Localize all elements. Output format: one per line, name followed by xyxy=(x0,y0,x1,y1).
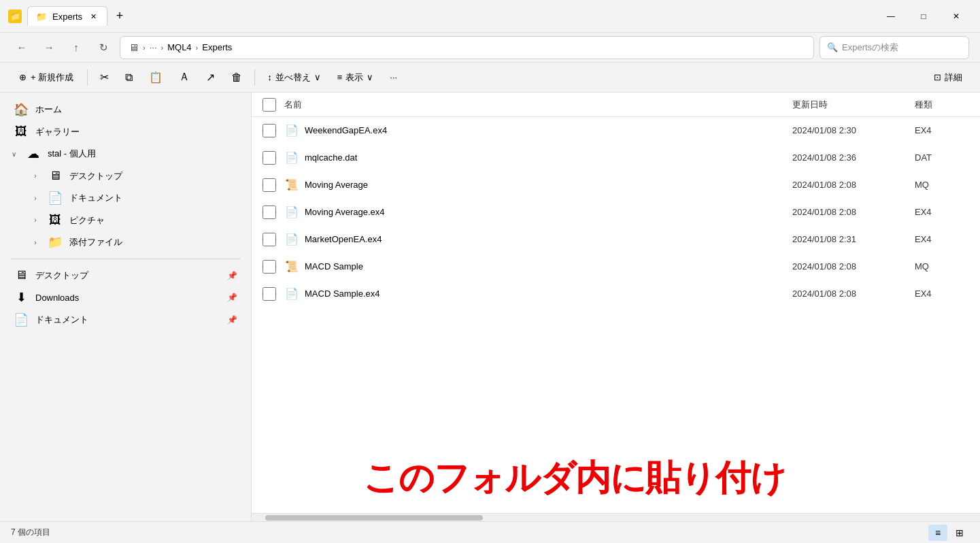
share-button[interactable]: ↗ xyxy=(199,67,222,88)
statusbar: 7 個の項目 ≡ ⊞ xyxy=(0,521,980,543)
sort-icon: ↕ xyxy=(267,72,272,82)
delete-button[interactable]: 🗑 xyxy=(224,67,249,88)
pinned-desktop-label: デスクトップ xyxy=(35,269,88,282)
sidebar-item-home[interactable]: 🏠 ホーム xyxy=(3,99,248,120)
row-checkbox[interactable] xyxy=(263,205,276,219)
sidebar-item-pictures-child[interactable]: › 🖼 ピクチャ xyxy=(3,210,248,231)
tab-bar: 📁 Experts ✕ + xyxy=(27,6,129,26)
row-checkbox[interactable] xyxy=(263,287,276,301)
sidebar-pinned-documents[interactable]: 📄 ドキュメント 📌 xyxy=(3,309,248,331)
file-list-header: 名前 更新日時 種類 xyxy=(252,93,980,117)
pin-icon-documents: 📌 xyxy=(227,315,237,325)
forward-button[interactable]: → xyxy=(38,37,60,59)
path-dots: ··· xyxy=(150,42,157,52)
search-icon: 🔍 xyxy=(827,42,838,52)
path-mql4[interactable]: MQL4 xyxy=(167,42,191,52)
command-bar: ⊕ + 新規作成 ✂ ⧉ 📋 Ａ ↗ 🗑 ↕ 並べ替え ∨ ≡ 表示 ∨ ···… xyxy=(0,63,980,93)
sidebar-item-gallery[interactable]: 🖼 ギャラリー xyxy=(3,121,248,142)
sort-label: 並べ替え xyxy=(275,71,311,84)
documents-child-label: ドキュメント xyxy=(69,192,122,204)
more-options-button[interactable]: ··· xyxy=(383,68,404,86)
refresh-button[interactable]: ↻ xyxy=(92,37,114,59)
tab-experts[interactable]: 📁 Experts ✕ xyxy=(27,6,107,26)
more-icon: ··· xyxy=(390,72,397,82)
table-row[interactable]: 📄 Moving Average.ex4 2024/01/08 2:08 EX4 xyxy=(252,199,980,226)
col-type-header: 種類 xyxy=(915,99,969,111)
file-type-cell: EX4 xyxy=(915,289,969,299)
rename-button[interactable]: Ａ xyxy=(172,66,197,88)
copy-button[interactable]: ⧉ xyxy=(118,67,139,88)
table-row[interactable]: 📜 MACD Sample 2024/01/08 2:08 MQ xyxy=(252,253,980,280)
row-checkbox[interactable] xyxy=(263,233,276,246)
table-row[interactable]: 📄 mqlcache.dat 2024/01/08 2:36 DAT xyxy=(252,144,980,171)
path-chevron-1: › xyxy=(161,44,164,52)
maximize-button[interactable]: □ xyxy=(908,5,939,27)
sidebar-item-attachments-child[interactable]: › 📁 添付ファイル xyxy=(3,231,248,253)
new-button[interactable]: ⊕ + 新規作成 xyxy=(11,67,82,88)
sidebar-pinned-downloads[interactable]: ⬇ Downloads 📌 xyxy=(3,286,248,308)
up-button[interactable]: ↑ xyxy=(65,37,87,59)
path-experts[interactable]: Experts xyxy=(202,42,232,52)
close-button[interactable]: ✕ xyxy=(941,5,972,27)
back-button[interactable]: ← xyxy=(11,37,33,59)
address-bar[interactable]: 🖥 › ··· › MQL4 › Experts xyxy=(120,36,814,59)
table-row[interactable]: 📄 MarketOpenEA.ex4 2024/01/08 2:31 EX4 xyxy=(252,226,980,253)
file-date-cell: 2024/01/08 2:31 xyxy=(792,234,915,244)
minimize-button[interactable]: — xyxy=(875,5,907,27)
row-checkbox[interactable] xyxy=(263,151,276,165)
details-button[interactable]: ⊡ 詳細 xyxy=(927,67,969,88)
share-icon: ↗ xyxy=(206,71,215,84)
gallery-label: ギャラリー xyxy=(35,126,80,138)
cloud-chevron: ∨ xyxy=(8,150,19,158)
sort-chevron: ∨ xyxy=(314,72,321,82)
row-checkbox[interactable] xyxy=(263,124,276,137)
view-toggle-buttons: ≡ ⊞ xyxy=(928,525,969,541)
documents-child-chevron: › xyxy=(30,195,41,202)
paste-button[interactable]: 📋 xyxy=(142,67,169,88)
file-area: 名前 更新日時 種類 📄 WeekendGapEA.ex4 2024/01/08… xyxy=(252,93,980,521)
add-tab-button[interactable]: + xyxy=(110,7,129,26)
search-placeholder: Expertsの検索 xyxy=(842,42,898,54)
view-icon: ≡ xyxy=(337,72,343,82)
attachments-child-icon: 📁 xyxy=(48,235,63,250)
list-view-button[interactable]: ≡ xyxy=(928,525,947,541)
paste-icon: 📋 xyxy=(149,71,163,84)
row-checkbox[interactable] xyxy=(263,260,276,274)
select-all-checkbox[interactable] xyxy=(263,98,276,112)
row-checkbox[interactable] xyxy=(263,178,276,192)
file-type-icon: 📄 xyxy=(284,123,299,138)
horizontal-scrollbar[interactable] xyxy=(252,513,980,521)
sidebar-item-documents-child[interactable]: › 📄 ドキュメント xyxy=(3,187,248,209)
sort-button[interactable]: ↕ 並べ替え ∨ xyxy=(260,67,328,88)
pin-icon-downloads: 📌 xyxy=(227,293,237,302)
pinned-documents-label: ドキュメント xyxy=(35,314,88,326)
sidebar-item-cloud[interactable]: ∨ ☁ stal - 個人用 xyxy=(3,143,248,165)
col-name-header: 名前 xyxy=(284,99,792,111)
view-button[interactable]: ≡ 表示 ∨ xyxy=(331,67,381,88)
separator-2 xyxy=(254,69,255,86)
file-type-cell: EX4 xyxy=(915,234,969,244)
desktop-child-label: デスクトップ xyxy=(69,170,122,182)
grid-view-button[interactable]: ⊞ xyxy=(950,525,969,541)
main-content: 🏠 ホーム 🖼 ギャラリー ∨ ☁ stal - 個人用 › 🖥 デスクトップ … xyxy=(0,93,980,521)
file-date-cell: 2024/01/08 2:08 xyxy=(792,207,915,217)
sidebar-pinned-desktop[interactable]: 🖥 デスクトップ 📌 xyxy=(3,265,248,286)
file-type-cell: DAT xyxy=(915,152,969,163)
col-date-header: 更新日時 xyxy=(792,99,915,111)
nav-toolbar: ← → ↑ ↻ 🖥 › ··· › MQL4 › Experts 🔍 Exper… xyxy=(0,33,980,63)
file-type-cell: MQ xyxy=(915,261,969,272)
file-type-icon: 📜 xyxy=(284,259,299,274)
table-row[interactable]: 📜 Moving Average 2024/01/08 2:08 MQ xyxy=(252,171,980,199)
table-row[interactable]: 📄 MACD Sample.ex4 2024/01/08 2:08 EX4 xyxy=(252,280,980,308)
cut-button[interactable]: ✂ xyxy=(93,67,116,88)
file-type-icon: 📄 xyxy=(284,205,299,220)
app-icon: 📁 xyxy=(8,10,22,23)
sidebar-item-desktop-child[interactable]: › 🖥 デスクトップ xyxy=(3,165,248,186)
table-row[interactable]: 📄 WeekendGapEA.ex4 2024/01/08 2:30 EX4 xyxy=(252,117,980,144)
file-date-cell: 2024/01/08 2:08 xyxy=(792,289,915,299)
hscroll-thumb[interactable] xyxy=(265,515,483,521)
search-bar[interactable]: 🔍 Expertsの検索 xyxy=(820,36,969,59)
pictures-child-label: ピクチャ xyxy=(69,214,105,227)
sidebar: 🏠 ホーム 🖼 ギャラリー ∨ ☁ stal - 個人用 › 🖥 デスクトップ … xyxy=(0,93,252,521)
tab-close-button[interactable]: ✕ xyxy=(88,11,99,22)
